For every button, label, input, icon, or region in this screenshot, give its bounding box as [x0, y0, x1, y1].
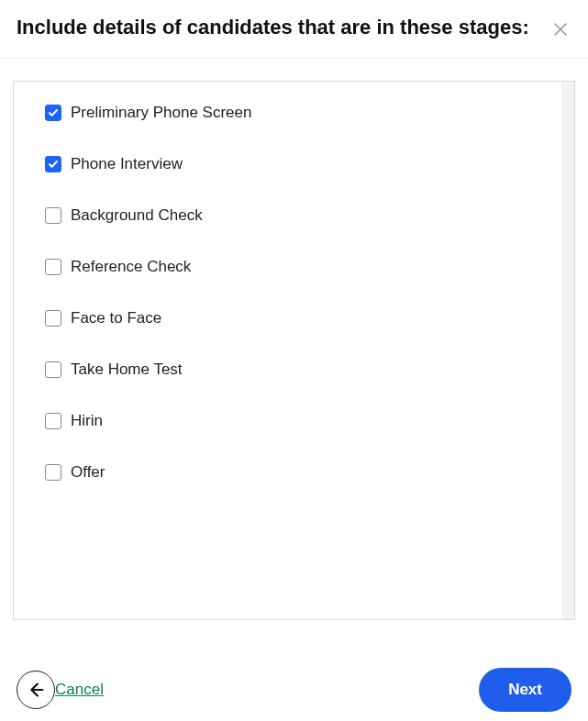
- stage-item[interactable]: Reference Check: [45, 258, 543, 276]
- cancel-link[interactable]: Cancel: [55, 681, 104, 699]
- close-icon: [553, 22, 568, 37]
- stage-item[interactable]: Hirin: [45, 412, 543, 430]
- stage-label: Take Home Test: [71, 360, 183, 379]
- stage-item[interactable]: Face to Face: [45, 309, 543, 327]
- stage-label: Phone Interview: [71, 155, 183, 173]
- check-icon: [48, 107, 59, 118]
- stage-checkbox[interactable]: [45, 310, 61, 327]
- stage-item[interactable]: Offer: [45, 463, 543, 482]
- dialog-header: Include details of candidates that are i…: [0, 0, 588, 59]
- stage-label: Hirin: [71, 412, 103, 430]
- stage-label: Preliminary Phone Screen: [71, 104, 251, 122]
- check-icon: [48, 159, 59, 170]
- stage-list[interactable]: Preliminary Phone ScreenPhone InterviewB…: [14, 82, 574, 619]
- dialog-body: Preliminary Phone ScreenPhone InterviewB…: [0, 59, 588, 662]
- stage-item[interactable]: Background Check: [45, 206, 543, 225]
- stage-label: Offer: [71, 463, 105, 482]
- dialog-footer: Cancel Next: [0, 662, 588, 721]
- stage-item[interactable]: Preliminary Phone Screen: [45, 104, 543, 122]
- next-button[interactable]: Next: [479, 668, 571, 712]
- arrow-left-icon: [26, 680, 46, 700]
- stage-checkbox[interactable]: [45, 259, 61, 275]
- stage-checkbox[interactable]: [45, 105, 61, 121]
- stage-label: Reference Check: [71, 258, 191, 276]
- stage-checkbox[interactable]: [45, 156, 61, 172]
- stage-label: Background Check: [71, 206, 203, 225]
- stage-item[interactable]: Phone Interview: [45, 155, 543, 173]
- stage-checkbox[interactable]: [45, 207, 61, 224]
- back-button[interactable]: [17, 671, 55, 709]
- close-button[interactable]: [549, 18, 571, 40]
- stage-select-dialog: Include details of candidates that are i…: [0, 0, 588, 721]
- stage-label: Face to Face: [71, 309, 161, 327]
- stage-checkbox[interactable]: [45, 413, 61, 429]
- stage-list-panel: Preliminary Phone ScreenPhone InterviewB…: [13, 81, 575, 620]
- stage-item[interactable]: Take Home Test: [45, 360, 543, 379]
- stage-checkbox[interactable]: [45, 361, 61, 378]
- dialog-title: Include details of candidates that are i…: [17, 15, 549, 41]
- stage-checkbox[interactable]: [45, 464, 61, 481]
